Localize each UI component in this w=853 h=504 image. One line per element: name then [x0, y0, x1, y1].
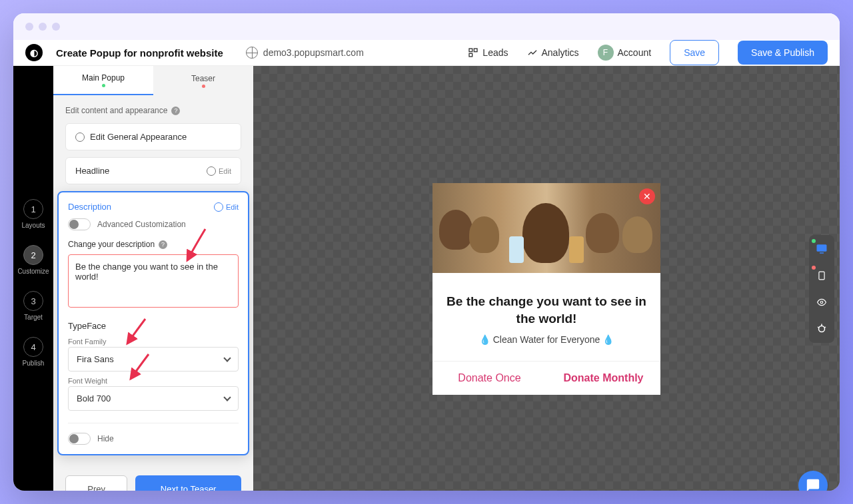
status-dot-icon	[102, 84, 105, 87]
avatar: F	[598, 45, 614, 61]
headline-card[interactable]: Headline Edit	[65, 157, 241, 184]
globe-icon	[246, 47, 258, 59]
mobile-icon	[817, 269, 826, 282]
chat-button[interactable]	[798, 471, 828, 491]
step-label: Target	[24, 314, 43, 321]
chevron-down-icon	[223, 393, 231, 401]
step-layouts[interactable]: 1 Layouts	[21, 199, 45, 229]
window-dot-min[interactable]	[39, 23, 47, 31]
status-dot-icon	[812, 239, 816, 243]
window-dot-max[interactable]	[52, 23, 60, 31]
advanced-label: Advanced Customization	[97, 220, 186, 229]
chat-icon	[806, 478, 820, 491]
step-number: 2	[23, 245, 43, 265]
panel-footer: Prev Next to Teaser	[53, 466, 253, 491]
analytics-link[interactable]: Analytics	[527, 47, 579, 58]
device-toolbar	[809, 235, 834, 343]
change-description-label: Change your description ?	[68, 240, 239, 249]
main-body: 1 Layouts 2 Customize 3 Target 4 Publish…	[13, 66, 840, 491]
step-number: 4	[23, 337, 43, 357]
gear-icon	[207, 166, 216, 176]
advanced-toggle[interactable]	[68, 218, 91, 230]
svg-rect-4	[820, 252, 824, 254]
font-weight-select[interactable]: Bold 700	[68, 386, 239, 411]
card-label: Headline	[75, 166, 109, 176]
advanced-toggle-row: Advanced Customization	[68, 218, 239, 230]
description-title: Description	[68, 202, 111, 212]
preview-canvas: ✕ Be the change you want to see in the w…	[253, 66, 840, 491]
edit-link[interactable]: Edit	[207, 166, 231, 176]
hide-toggle[interactable]	[68, 433, 91, 445]
font-weight-label: Font Weight	[68, 377, 239, 385]
save-publish-button[interactable]: Save & Publish	[738, 41, 828, 65]
description-input[interactable]	[68, 254, 239, 308]
section-text: Edit content and appearance	[65, 106, 167, 115]
popup-description: 💧 Clean Water for Everyone 💧	[446, 334, 647, 345]
donate-once-button[interactable]: Donate Once	[432, 362, 546, 395]
font-family-label: Font Family	[68, 338, 239, 346]
eye-icon	[815, 298, 828, 307]
step-target[interactable]: 3 Target	[23, 291, 43, 321]
select-value: Fira Sans	[77, 354, 114, 364]
popup-body: Be the change you want to see in the wor…	[432, 273, 660, 360]
step-number: 1	[23, 199, 43, 219]
gear-icon	[214, 202, 223, 212]
account-link[interactable]: F Account	[598, 45, 652, 61]
popup-headline: Be the change you want to see in the wor…	[446, 293, 647, 327]
panel-body: Edit content and appearance ? Edit Gener…	[53, 95, 253, 466]
edit-panel: Main Popup Teaser Edit content and appea…	[53, 66, 253, 491]
svg-rect-1	[474, 49, 478, 52]
step-label: Publish	[23, 360, 45, 367]
app-body: ◐ Create Popup for nonprofit website dem…	[13, 40, 840, 491]
help-icon[interactable]: ?	[171, 107, 180, 115]
next-button[interactable]: Next to Teaser	[135, 475, 241, 491]
status-dot-icon	[202, 85, 205, 88]
step-label: Layouts	[21, 222, 45, 229]
card-label: Edit General Appearance	[90, 132, 187, 142]
hide-row: Hide	[68, 423, 239, 445]
step-customize[interactable]: 2 Customize	[17, 245, 49, 275]
titlebar	[13, 13, 840, 40]
typeface-label: TypeFace	[68, 321, 239, 331]
sidebar: 1 Layouts 2 Customize 3 Target 4 Publish…	[13, 66, 53, 491]
svg-point-7	[819, 326, 825, 332]
header-right: Leads Analytics F Account Save Save & Pu…	[468, 40, 828, 65]
edit-link[interactable]: Edit	[214, 202, 239, 212]
account-label: Account	[618, 47, 652, 58]
leads-icon	[468, 47, 478, 58]
step-label: Customize	[17, 268, 49, 275]
save-button[interactable]: Save	[670, 40, 719, 65]
svg-point-6	[820, 301, 823, 304]
tab-label: Teaser	[191, 74, 215, 83]
chevron-down-icon	[223, 354, 231, 362]
tab-label: Main Popup	[82, 73, 125, 83]
popup-footer: Donate Once Donate Monthly	[432, 361, 660, 395]
hide-label: Hide	[97, 434, 114, 443]
help-icon[interactable]: ?	[159, 240, 167, 249]
window-dot-close[interactable]	[25, 23, 33, 31]
general-appearance-card[interactable]: Edit General Appearance	[65, 123, 241, 150]
select-value: Bold 700	[77, 393, 111, 403]
gear-icon	[75, 132, 85, 142]
font-family-select[interactable]: Fira Sans	[68, 347, 239, 372]
description-card: Description Edit Advanced Customization …	[57, 191, 249, 455]
debug-button[interactable]	[813, 320, 830, 338]
preview-button[interactable]	[813, 294, 830, 311]
popup-image	[432, 183, 660, 273]
section-title: Edit content and appearance ?	[65, 106, 241, 115]
svg-rect-5	[819, 272, 824, 280]
svg-rect-0	[469, 49, 472, 52]
domain-text: demo3.popupsmart.com	[263, 47, 364, 58]
prev-button[interactable]: Prev	[65, 475, 127, 491]
step-publish[interactable]: 4 Publish	[23, 337, 45, 367]
header: ◐ Create Popup for nonprofit website dem…	[13, 40, 840, 66]
desktop-view-button[interactable]	[813, 240, 830, 258]
tab-main-popup[interactable]: Main Popup	[53, 66, 153, 95]
analytics-label: Analytics	[542, 47, 579, 58]
tab-teaser[interactable]: Teaser	[153, 66, 253, 95]
bug-icon	[816, 323, 828, 335]
logo: ◐	[25, 44, 43, 61]
leads-link[interactable]: Leads	[468, 47, 508, 58]
mobile-view-button[interactable]	[813, 267, 830, 284]
donate-monthly-button[interactable]: Donate Monthly	[546, 362, 660, 395]
